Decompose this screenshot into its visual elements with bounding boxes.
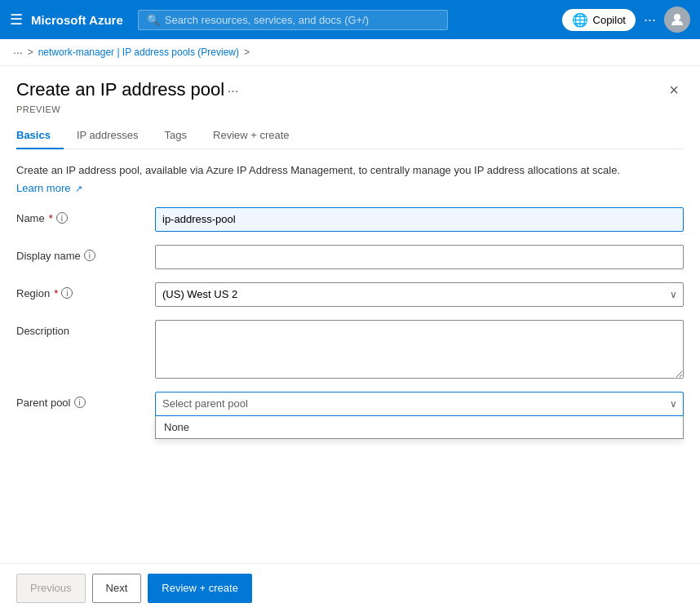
breadcrumb-sep1: >: [28, 47, 33, 58]
breadcrumb-dots[interactable]: ···: [13, 46, 23, 59]
display-name-input[interactable]: [155, 245, 684, 269]
search-box[interactable]: 🔍: [138, 10, 448, 30]
region-info-icon[interactable]: i: [61, 287, 73, 299]
search-icon: 🔍: [147, 14, 160, 26]
form-description: Create an IP address pool, available via…: [16, 162, 684, 179]
brand-name: Microsoft Azure: [31, 13, 123, 27]
region-label: Region * i: [16, 282, 147, 299]
description-textarea[interactable]: [155, 320, 684, 379]
page-title-area: Create an IP address pool ···: [16, 79, 238, 100]
main-content: Create an IP address pool ··· × PREVIEW …: [0, 66, 700, 609]
avatar[interactable]: [664, 7, 690, 33]
page-header: Create an IP address pool ··· ×: [16, 79, 684, 101]
tabs: Basics IP addresses Tags Review + create: [16, 122, 684, 149]
region-row: Region * i (US) West US 2 (US) East US (…: [16, 282, 684, 307]
copilot-label: Copilot: [593, 14, 626, 26]
form-area: Create an IP address pool, available via…: [16, 149, 684, 609]
parent-pool-label: Parent pool i: [16, 392, 147, 409]
nav-more-icon[interactable]: ···: [644, 11, 656, 29]
tab-ip-addresses[interactable]: IP addresses: [64, 122, 152, 149]
region-select-wrapper: (US) West US 2 (US) East US (US) West US…: [155, 282, 684, 307]
copilot-button[interactable]: 🌐 Copilot: [562, 9, 636, 31]
form-section: Name * i Display name i Region *: [16, 207, 684, 416]
previous-button: Previous: [16, 574, 86, 603]
parent-pool-info-icon[interactable]: i: [74, 397, 86, 408]
name-label: Name * i: [16, 207, 147, 224]
footer: Previous Next Review + create: [0, 563, 700, 612]
next-button[interactable]: Next: [92, 574, 142, 603]
svg-point-0: [674, 14, 680, 20]
parent-pool-wrapper: Select parent pool None ∨ None: [155, 392, 684, 416]
page-options-icon[interactable]: ···: [228, 84, 238, 98]
tab-basics[interactable]: Basics: [16, 122, 64, 149]
display-name-label: Display name i: [16, 245, 147, 262]
dropdown-item-none[interactable]: None: [156, 416, 683, 438]
search-input[interactable]: [165, 14, 439, 26]
display-name-info-icon[interactable]: i: [84, 250, 95, 261]
breadcrumb-sep2: >: [244, 47, 250, 58]
copilot-icon: 🌐: [572, 12, 588, 28]
name-row: Name * i: [16, 207, 684, 232]
name-input[interactable]: [155, 207, 684, 232]
tab-tags[interactable]: Tags: [152, 122, 200, 149]
breadcrumb: ··· > network-manager | IP address pools…: [0, 39, 700, 66]
parent-pool-select[interactable]: Select parent pool None: [155, 392, 684, 416]
nav-bar: ☰ Microsoft Azure 🔍 🌐 Copilot ···: [0, 0, 700, 39]
description-label: Description: [16, 320, 147, 337]
preview-badge: PREVIEW: [16, 104, 684, 114]
hamburger-icon[interactable]: ☰: [10, 11, 23, 29]
parent-pool-dropdown: None: [155, 416, 684, 439]
learn-more-link[interactable]: Learn more: [16, 182, 70, 194]
review-create-button[interactable]: Review + create: [148, 574, 252, 603]
region-required: *: [54, 287, 58, 299]
name-required: *: [49, 212, 53, 224]
tab-review-create[interactable]: Review + create: [200, 122, 303, 149]
description-row: Description: [16, 320, 684, 379]
name-info-icon[interactable]: i: [56, 212, 68, 224]
region-select[interactable]: (US) West US 2 (US) East US (US) West US…: [155, 282, 684, 307]
external-link-icon: ↗: [75, 184, 82, 193]
page-title: Create an IP address pool: [16, 79, 224, 100]
close-button[interactable]: ×: [664, 79, 684, 101]
nav-right: 🌐 Copilot ···: [562, 7, 690, 33]
display-name-row: Display name i: [16, 245, 684, 269]
parent-pool-row: Parent pool i Select parent pool None ∨ …: [16, 392, 684, 416]
breadcrumb-link[interactable]: network-manager | IP address pools (Prev…: [38, 47, 239, 58]
